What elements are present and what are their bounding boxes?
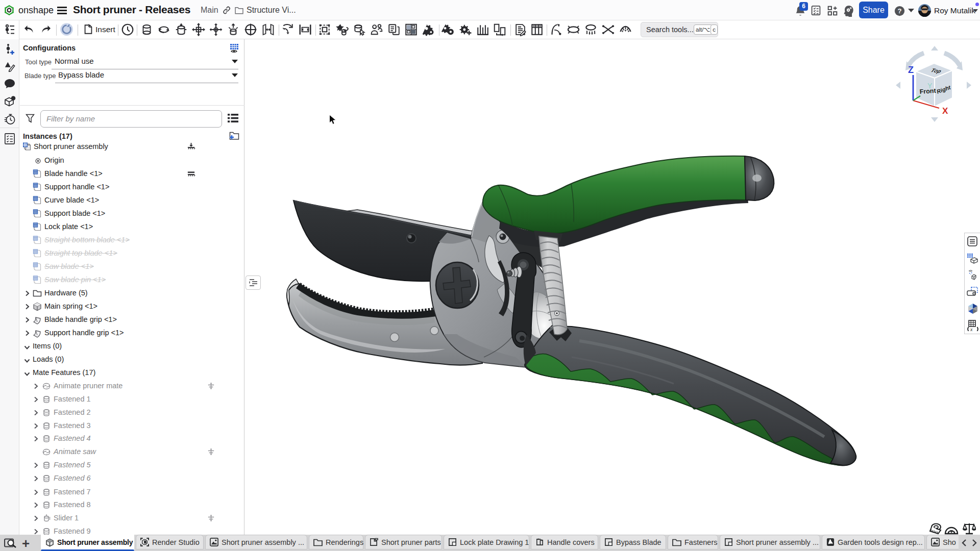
- svg-text:x: x: [970, 327, 973, 332]
- svg-text:?: ?: [897, 7, 901, 15]
- svg-text:?: ?: [12, 96, 15, 101]
- svg-text:X: X: [942, 106, 948, 116]
- svg-text:Y: Y: [927, 82, 933, 90]
- svg-text:Z: Z: [908, 65, 914, 75]
